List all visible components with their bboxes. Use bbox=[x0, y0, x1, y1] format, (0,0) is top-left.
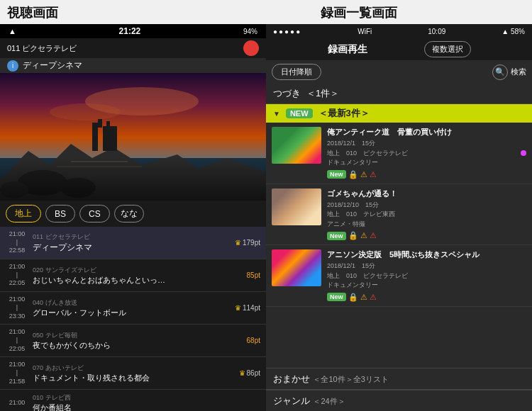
program-time: 21:00|23:30 bbox=[6, 295, 28, 320]
channel-btn-more[interactable]: なな bbox=[114, 205, 144, 223]
program-item[interactable]: 21:00|21:58 070 あおいテレビ ドキュメント・取り残される都会 ♛… bbox=[0, 357, 266, 390]
recording-title-text: ゴメちゃんが通る！ bbox=[327, 188, 526, 199]
left-status-bar: ▲ 21:22 94% bbox=[0, 24, 266, 38]
multi-select-button[interactable]: 複数選択 bbox=[424, 41, 471, 57]
recording-item[interactable]: 俺アンティーク道 骨董の買い付け 2018/12/1 15分 地上 010 ピク… bbox=[266, 123, 532, 184]
new-badge-item: New bbox=[327, 170, 346, 179]
svg-rect-5 bbox=[92, 123, 98, 151]
program-points: ♛114pt bbox=[235, 304, 260, 312]
program-time: 21:00|22:05 bbox=[6, 263, 28, 288]
warning-icon: ⚠ bbox=[360, 293, 367, 302]
program-points: 85pt bbox=[247, 271, 260, 279]
section-headers: 視聴画面 録画一覧画面 bbox=[0, 0, 532, 24]
new-badge-item: New bbox=[327, 232, 346, 240]
search-icon: 🔍 bbox=[492, 64, 508, 80]
tsuzuki-label: つづき bbox=[273, 87, 301, 100]
tsuzuki-count: ＜1件＞ bbox=[306, 87, 339, 100]
triangle-icon: ▼ bbox=[273, 110, 280, 118]
recording-badges: New 🔒 ⚠ ⚠ bbox=[327, 231, 526, 240]
program-time: 21:00|21:58 bbox=[6, 361, 28, 385]
svg-rect-6 bbox=[103, 126, 117, 151]
alert-icon: ⚠ bbox=[370, 170, 377, 179]
program-item[interactable]: 21:00 010 テレビ西 何か番組名 bbox=[0, 390, 266, 411]
recording-item[interactable]: ゴメちゃんが通る！ 2018/12/10 15分 地上 010 テレビ東西 アニ… bbox=[266, 184, 532, 246]
main-content: ▲ 21:22 94% 011 ピクセラテレビ i ディープシネマ bbox=[0, 24, 532, 411]
program-channel: 040 げんき放送 bbox=[33, 298, 231, 308]
right-panel: ●●●●● WiFi 10:09 ▲ 58% 録画再生 複数選択 日付降順 🔍 … bbox=[266, 24, 532, 411]
new-badge: NEW bbox=[286, 108, 313, 118]
recording-meta: 2018/12/1 15分 地上 010 ピクセラテレビ ドキュメンタリー bbox=[327, 261, 526, 291]
program-channel: 011 ピクセラテレビ bbox=[33, 232, 231, 242]
omakase-section[interactable]: おまかせ ＜全10件＞全3リスト bbox=[266, 368, 532, 390]
warning-icon: ⚠ bbox=[360, 170, 367, 179]
new-section-header: ▼ NEW ＜最新3件＞ bbox=[266, 104, 532, 123]
channel-buttons-bar: 地上 BS CS なな bbox=[0, 201, 266, 227]
crown-icon: ♛ bbox=[239, 369, 245, 377]
recording-list[interactable]: 俺アンティーク道 骨董の買い付け 2018/12/1 15分 地上 010 ピク… bbox=[266, 123, 532, 368]
left-battery: 94% bbox=[243, 28, 257, 35]
svg-rect-8 bbox=[106, 121, 110, 127]
program-details: 020 サンライズテレビ おじいちゃんとおばあちゃんといっ… bbox=[33, 266, 243, 286]
lock-icon: 🔒 bbox=[348, 170, 358, 179]
date-sort-button[interactable]: 日付降順 bbox=[272, 64, 321, 80]
recording-dot bbox=[521, 150, 526, 156]
recording-title: 録画再生 bbox=[328, 43, 367, 56]
program-time: 21:00 bbox=[6, 399, 28, 407]
points-value: 85pt bbox=[247, 271, 260, 279]
recording-thumbnail bbox=[272, 127, 321, 164]
info-icon: i bbox=[7, 60, 18, 72]
recording-item[interactable]: アニソン決定版 5時間ぶち抜きスペシャル 2018/12/1 15分 地上 01… bbox=[266, 245, 532, 307]
crown-icon: ♛ bbox=[235, 304, 241, 312]
search-button[interactable]: 🔍 検索 bbox=[492, 64, 526, 80]
program-name: ディープシネマ bbox=[23, 60, 82, 72]
record-button[interactable] bbox=[243, 40, 259, 56]
program-title: グローバル・フットボール bbox=[33, 308, 174, 318]
program-title: ディープシネマ bbox=[33, 242, 174, 254]
crown-icon: ♛ bbox=[235, 239, 241, 247]
program-item[interactable]: 21:00|22:58 011 ピクセラテレビ ディープシネマ ♛179pt bbox=[0, 227, 266, 259]
right-panel-title: 録画一覧画面 bbox=[321, 4, 397, 21]
left-panel: ▲ 21:22 94% 011 ピクセラテレビ i ディープシネマ bbox=[0, 24, 266, 411]
svg-rect-7 bbox=[98, 119, 102, 128]
recording-meta: 2018/12/10 15分 地上 010 テレビ東西 アニメ・特撮 bbox=[327, 201, 526, 230]
program-item[interactable]: 21:00|22:05 050 テレビ毎朝 夜でもかがくのちから 68pt bbox=[0, 325, 266, 357]
program-points: ♛179pt bbox=[235, 239, 260, 247]
program-item[interactable]: 21:00|23:30 040 げんき放送 グローバル・フットボール ♛114p… bbox=[0, 292, 266, 325]
video-area bbox=[0, 73, 266, 201]
program-time: 21:00|22:58 bbox=[6, 230, 28, 255]
recording-thumbnail bbox=[272, 188, 321, 225]
recording-details: 俺アンティーク道 骨董の買い付け 2018/12/1 15分 地上 010 ピク… bbox=[327, 127, 515, 179]
program-channel: 070 あおいテレビ bbox=[33, 364, 235, 373]
lock-icon: 🔒 bbox=[348, 293, 358, 302]
program-details: 070 あおいテレビ ドキュメント・取り残される都会 bbox=[33, 364, 235, 383]
new-section-title: ＜最新3件＞ bbox=[318, 107, 370, 120]
program-time: 21:00|22:05 bbox=[6, 328, 28, 353]
wifi-label: WiFi bbox=[358, 28, 372, 35]
genre-count: ＜24件＞ bbox=[313, 397, 345, 405]
right-status-bar: ●●●●● WiFi 10:09 ▲ 58% bbox=[266, 24, 532, 38]
program-points: ♛86pt bbox=[239, 369, 260, 377]
thumb-flowers-image bbox=[272, 127, 321, 164]
alert-icon: ⚠ bbox=[370, 293, 377, 302]
tsuzuki-section[interactable]: つづき ＜1件＞ bbox=[266, 84, 532, 104]
program-title: ドキュメント・取り残される都会 bbox=[33, 373, 174, 383]
program-list[interactable]: 21:00|22:58 011 ピクセラテレビ ディープシネマ ♛179pt 2… bbox=[0, 227, 266, 411]
program-title: 夜でもかがくのちから bbox=[33, 340, 174, 351]
program-item[interactable]: 21:00|22:05 020 サンライズテレビ おじいちゃんとおばあちゃんとい… bbox=[0, 259, 266, 292]
right-time: 10:09 bbox=[428, 28, 445, 35]
genre-label: ジャンル bbox=[273, 395, 310, 406]
channel-btn-terrestrial[interactable]: 地上 bbox=[6, 205, 41, 223]
genre-section[interactable]: ジャンル ＜24件＞ bbox=[266, 390, 532, 411]
channel-btn-cs[interactable]: CS bbox=[79, 205, 110, 223]
thumb-bear-image bbox=[272, 188, 321, 225]
warning-icon: ⚠ bbox=[360, 231, 367, 240]
recording-details: アニソン決定版 5時間ぶち抜きスペシャル 2018/12/1 15分 地上 01… bbox=[327, 249, 526, 302]
program-channel: 050 テレビ毎朝 bbox=[33, 331, 243, 340]
program-title: 何か番組名 bbox=[33, 402, 174, 411]
channel-btn-bs[interactable]: BS bbox=[45, 205, 75, 223]
channel-number-name: 011 ピクセラテレビ bbox=[7, 43, 77, 54]
recording-title-text: アニソン決定版 5時間ぶち抜きスペシャル bbox=[327, 249, 526, 260]
signal-dots: ●●●●● bbox=[273, 28, 301, 35]
recording-meta: 2018/12/1 15分 地上 010 ピクセラテレビ ドキュメンタリー bbox=[327, 139, 515, 168]
omakase-count: ＜全10件＞全3リスト bbox=[313, 375, 388, 383]
